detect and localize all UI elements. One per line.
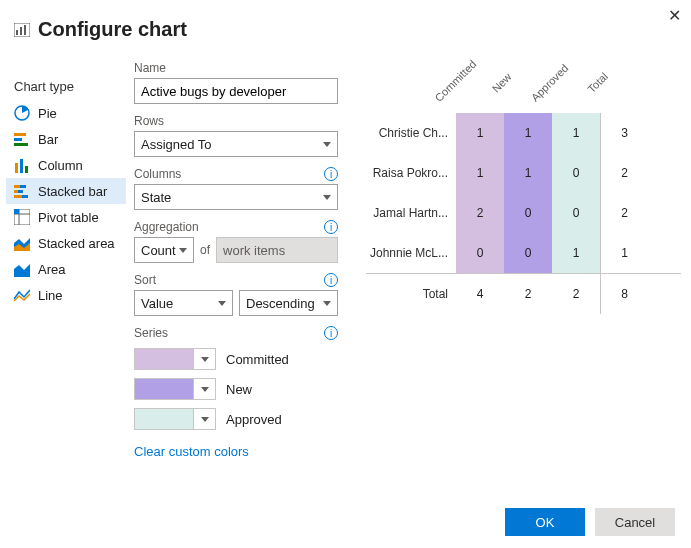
chevron-down-icon — [218, 301, 226, 306]
chart-type-column[interactable]: Column — [6, 152, 126, 178]
series-label-text: New — [226, 382, 252, 397]
cancel-button[interactable]: Cancel — [595, 508, 675, 536]
column-icon — [14, 157, 30, 173]
line-icon — [14, 287, 30, 303]
aggregation-value: Count — [141, 243, 176, 258]
dialog-footer: OK Cancel — [505, 508, 675, 536]
info-icon[interactable]: i — [324, 167, 338, 181]
chart-type-label-text: Stacked area — [38, 236, 115, 251]
chart-type-area[interactable]: Area — [6, 256, 126, 282]
stacked-area-icon — [14, 235, 30, 251]
rows-value: Assigned To — [141, 137, 212, 152]
clear-custom-colors-link[interactable]: Clear custom colors — [134, 444, 338, 459]
pivot-cell: 0 — [552, 193, 600, 233]
chart-type-label-text: Pie — [38, 106, 57, 121]
sort-direction-select[interactable]: Descending — [239, 290, 338, 316]
chart-type-line[interactable]: Line — [6, 282, 126, 308]
info-icon[interactable]: i — [324, 220, 338, 234]
series-label: Series — [134, 326, 168, 340]
pivot-total-row: Total4228 — [366, 273, 681, 313]
pivot-cell: 1 — [456, 153, 504, 193]
rows-select[interactable]: Assigned To — [134, 131, 338, 157]
chart-preview: CommittedNewApprovedTotal Christie Ch...… — [346, 51, 681, 459]
columns-label: Columns — [134, 167, 181, 181]
chart-type-stacked-bar[interactable]: Stacked bar — [6, 178, 126, 204]
pie-icon — [14, 105, 30, 121]
area-icon — [14, 261, 30, 277]
name-label: Name — [134, 61, 166, 75]
rows-label: Rows — [134, 114, 164, 128]
aggregation-select[interactable]: Count — [134, 237, 194, 263]
chart-type-label-text: Pivot table — [38, 210, 99, 225]
pivot-row: Johnnie McL...0011 — [366, 233, 681, 273]
pivot-cell: 0 — [552, 153, 600, 193]
pivot-cell: 1 — [552, 233, 600, 273]
name-field[interactable] — [134, 78, 338, 104]
series-color-picker[interactable] — [194, 408, 216, 430]
aggregation-label: Aggregation — [134, 220, 199, 234]
chevron-down-icon — [323, 301, 331, 306]
chevron-down-icon — [201, 357, 209, 362]
bar-icon — [14, 131, 30, 147]
chart-type-pie[interactable]: Pie — [6, 100, 126, 126]
pivot-row: Jamal Hartn...2002 — [366, 193, 681, 233]
pivot-row-label: Christie Ch... — [366, 126, 456, 140]
chart-type-label-text: Column — [38, 158, 83, 173]
svg-rect-10 — [25, 166, 28, 173]
svg-rect-12 — [20, 185, 26, 188]
series-color-picker[interactable] — [194, 378, 216, 400]
svg-rect-6 — [14, 138, 22, 141]
pivot-cell: 0 — [504, 233, 552, 273]
chart-type-label-text: Bar — [38, 132, 58, 147]
svg-rect-14 — [18, 190, 23, 193]
work-items-readonly: work items — [216, 237, 338, 263]
svg-rect-8 — [15, 163, 18, 173]
pivot-table-preview: CommittedNewApprovedTotal Christie Ch...… — [366, 57, 681, 313]
pivot-cell: 2 — [600, 193, 648, 233]
dialog-title: Configure chart — [38, 18, 187, 41]
chart-type-stacked-area[interactable]: Stacked area — [6, 230, 126, 256]
svg-rect-13 — [14, 190, 18, 193]
series-row: Committed — [134, 348, 338, 370]
svg-rect-1 — [16, 30, 18, 35]
chart-type-label-text: Line — [38, 288, 63, 303]
chart-type-sidebar: Chart type Pie Bar Column Stacked bar Pi… — [6, 51, 126, 459]
pivot-total-cell: 2 — [552, 274, 600, 314]
sort-by-select[interactable]: Value — [134, 290, 233, 316]
svg-rect-20 — [14, 209, 19, 214]
pivot-total-label: Total — [366, 287, 456, 301]
series-color-picker[interactable] — [194, 348, 216, 370]
series-label-text: Committed — [226, 352, 289, 367]
pivot-table-icon — [14, 209, 30, 225]
svg-rect-15 — [14, 195, 22, 198]
series-label-text: Approved — [226, 412, 282, 427]
svg-rect-7 — [14, 143, 28, 146]
info-icon[interactable]: i — [324, 273, 338, 287]
chart-icon — [14, 23, 30, 37]
columns-select[interactable]: State — [134, 184, 338, 210]
ok-button[interactable]: OK — [505, 508, 585, 536]
svg-rect-11 — [14, 185, 20, 188]
chevron-down-icon — [323, 195, 331, 200]
dialog-header: Configure chart — [0, 0, 691, 51]
svg-rect-16 — [22, 195, 28, 198]
chart-type-pivot-table[interactable]: Pivot table — [6, 204, 126, 230]
pivot-row-label: Johnnie McL... — [366, 246, 456, 260]
series-color-swatch — [134, 348, 194, 370]
pivot-cell: 1 — [600, 233, 648, 273]
sort-label: Sort — [134, 273, 156, 287]
chart-type-bar[interactable]: Bar — [6, 126, 126, 152]
pivot-total-cell: 2 — [504, 274, 552, 314]
pivot-total-cell: 8 — [600, 274, 648, 314]
svg-rect-9 — [20, 159, 23, 173]
columns-value: State — [141, 190, 171, 205]
pivot-cell: 2 — [456, 193, 504, 233]
pivot-row: Raisa Pokro...1102 — [366, 153, 681, 193]
stacked-bar-icon — [14, 183, 30, 199]
close-icon[interactable]: ✕ — [668, 6, 681, 25]
series-color-swatch — [134, 378, 194, 400]
info-icon[interactable]: i — [324, 326, 338, 340]
chart-type-label-text: Area — [38, 262, 65, 277]
config-form: Name Rows Assigned To Columnsi State Agg… — [126, 51, 346, 459]
svg-rect-3 — [24, 25, 26, 35]
